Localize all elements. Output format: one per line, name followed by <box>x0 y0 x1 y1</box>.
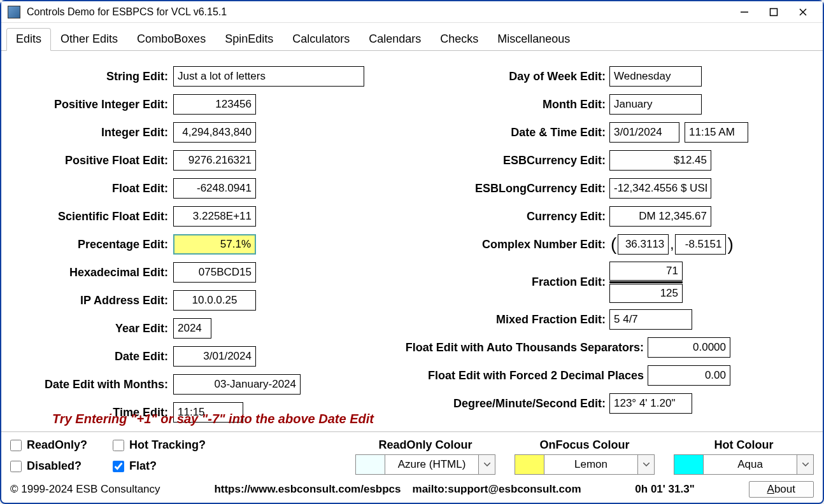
date-edit-label: Date Edit: <box>20 350 173 363</box>
tab-edits[interactable]: Edits <box>6 28 51 51</box>
tab-bar: Edits Other Edits ComboBoxes SpinEdits C… <box>1 23 823 51</box>
tab-other-edits[interactable]: Other Edits <box>51 28 127 50</box>
flat-checkbox-input[interactable] <box>113 461 124 472</box>
chevron-down-icon[interactable] <box>637 455 654 474</box>
datetime-date-edit[interactable] <box>609 122 679 143</box>
posint-edit[interactable] <box>173 94 256 115</box>
month-edit[interactable] <box>609 94 702 115</box>
floatthousands-edit[interactable] <box>648 337 730 358</box>
currency-edit-label: Currency Edit: <box>396 210 609 223</box>
hot-colour-swatch <box>674 455 704 474</box>
app-icon <box>8 6 20 18</box>
hottracking-checkbox-input[interactable] <box>113 440 124 451</box>
tab-checks[interactable]: Checks <box>430 28 488 50</box>
tab-miscellaneous[interactable]: Miscellaneous <box>488 28 579 50</box>
float-edit[interactable] <box>173 178 256 199</box>
date-edit[interactable] <box>173 346 256 367</box>
dow-edit[interactable] <box>609 66 702 87</box>
readonly-colour-value: Azure (HTML) <box>385 458 478 471</box>
about-button[interactable]: About <box>749 481 814 498</box>
string-edit-label: String Edit: <box>20 70 173 83</box>
readonly-colour-combo[interactable]: Azure (HTML) <box>355 454 495 475</box>
fraction-stack <box>609 262 683 303</box>
scifloat-edit[interactable] <box>173 206 256 227</box>
mixedfrac-edit[interactable] <box>609 309 692 330</box>
tab-calculators[interactable]: Calculators <box>283 28 359 50</box>
float2dp-edit[interactable] <box>648 365 730 386</box>
currency-edit[interactable] <box>609 206 711 227</box>
fraction-den-edit[interactable] <box>609 284 683 303</box>
percentage-edit[interactable] <box>173 234 256 255</box>
tab-calendars[interactable]: Calendars <box>359 28 430 50</box>
readonly-checkbox[interactable]: ReadOnly? <box>10 438 87 452</box>
svg-rect-1 <box>771 8 778 15</box>
flat-checkbox[interactable]: Flat? <box>113 459 206 473</box>
posint-edit-label: Positive Integer Edit: <box>20 98 173 111</box>
datetime-time-edit[interactable] <box>685 122 748 143</box>
hot-colour-combo[interactable]: Aqua <box>674 454 814 475</box>
copyright-label: © 1999-2024 ESB Consultancy <box>10 483 160 496</box>
ip-edit[interactable] <box>173 290 256 311</box>
main-window: Controls Demo for ESBPCS for VCL v6.15.1… <box>0 0 824 504</box>
integer-edit[interactable] <box>173 122 256 143</box>
esbcur-edit-label: ESBCurrency Edit: <box>396 154 609 167</box>
chevron-down-icon[interactable] <box>478 455 495 474</box>
readonly-checkbox-label: ReadOnly? <box>27 438 87 452</box>
url-link[interactable]: https://www.esbconsult.com/esbpcs <box>214 483 401 496</box>
hot-colour-label: Hot Colour <box>714 438 774 452</box>
close-paren: ) <box>726 234 734 255</box>
mailto-link[interactable]: mailto:support@esbconsult.com <box>413 483 581 496</box>
hint-text: Try Entering "+1" or say "-7" into the a… <box>52 412 374 426</box>
maximize-button[interactable] <box>768 6 779 18</box>
integer-edit-label: Integer Edit: <box>20 126 173 139</box>
left-column: String Edit: Positive Integer Edit: Inte… <box>20 64 364 425</box>
floatthousands-edit-label: Float Edit with Auto Thousands Separator… <box>396 341 648 354</box>
options-bar: ReadOnly? Disabled? Hot Tracking? Flat? … <box>1 431 823 479</box>
year-edit-label: Year Edit: <box>20 322 173 335</box>
disabled-checkbox-input[interactable] <box>10 461 22 472</box>
status-bar: © 1999-2024 ESB Consultancy https://www.… <box>1 479 823 503</box>
esblongcur-edit-label: ESBLongCurrency Edit: <box>396 182 609 195</box>
readonly-checkbox-input[interactable] <box>10 440 22 451</box>
year-edit[interactable] <box>173 318 211 339</box>
dow-edit-label: Day of Week Edit: <box>396 70 609 83</box>
hex-edit[interactable] <box>173 262 256 283</box>
comma: , <box>669 236 675 253</box>
hottracking-checkbox-label: Hot Tracking? <box>129 438 206 452</box>
ip-edit-label: IP Address Edit: <box>20 294 173 307</box>
fraction-bar <box>609 281 683 283</box>
datemonths-edit-label: Date Edit with Months: <box>20 378 173 391</box>
open-paren: ( <box>609 234 618 255</box>
disabled-checkbox-label: Disabled? <box>27 459 82 473</box>
disabled-checkbox[interactable]: Disabled? <box>10 459 87 473</box>
hex-edit-label: Hexadecimal Edit: <box>20 266 173 279</box>
readonly-colour-swatch <box>356 455 385 474</box>
complex-edit-label: Complex Number Edit: <box>396 238 609 251</box>
dms-edit[interactable] <box>609 393 692 414</box>
percentage-edit-label: Precentage Edit: <box>20 238 173 251</box>
float-edit-label: Float Edit: <box>20 182 173 195</box>
complex-imag-edit[interactable] <box>675 234 726 255</box>
esblongcur-edit[interactable] <box>609 178 711 199</box>
posfloat-edit[interactable] <box>173 150 256 171</box>
right-column: Day of Week Edit: Month Edit: Date & Tim… <box>396 64 748 425</box>
fraction-edit-label: Fraction Edit: <box>396 276 609 289</box>
fraction-num-edit[interactable] <box>609 262 683 281</box>
string-edit[interactable] <box>173 66 364 87</box>
minimize-button[interactable] <box>739 6 750 18</box>
mixedfrac-edit-label: Mixed Fraction Edit: <box>396 313 609 326</box>
complex-real-edit[interactable] <box>618 234 669 255</box>
close-button[interactable] <box>797 6 809 18</box>
tab-comboboxes[interactable]: ComboBoxes <box>127 28 215 50</box>
chevron-down-icon[interactable] <box>797 455 813 474</box>
titlebar: Controls Demo for ESBPCS for VCL v6.15.1 <box>1 1 823 23</box>
flat-checkbox-label: Flat? <box>129 459 157 473</box>
onfocus-colour-value: Lemon <box>544 458 637 471</box>
datemonths-edit[interactable] <box>173 374 301 395</box>
esbcur-edit[interactable] <box>609 150 711 171</box>
hottracking-checkbox[interactable]: Hot Tracking? <box>113 438 206 452</box>
posfloat-edit-label: Positive Float Edit: <box>20 154 173 167</box>
tab-spinedits[interactable]: SpinEdits <box>215 28 283 50</box>
onfocus-colour-combo[interactable]: Lemon <box>515 454 655 475</box>
dms-edit-label: Degree/Minute/Second Edit: <box>396 397 609 410</box>
